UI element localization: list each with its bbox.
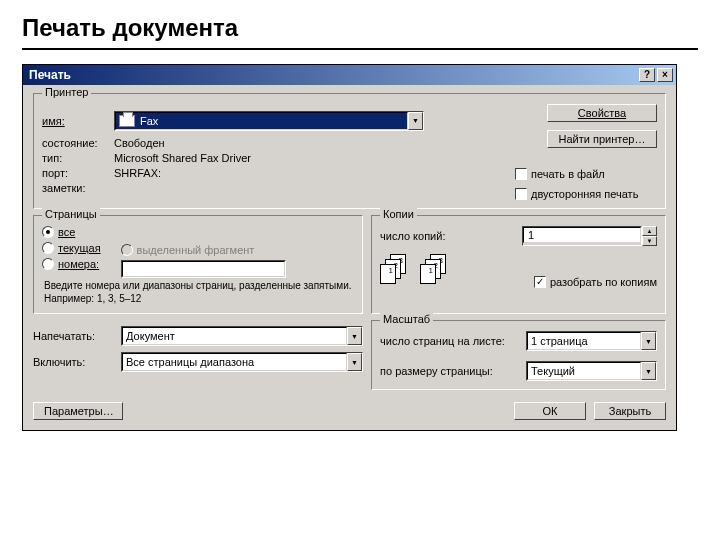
titlebar: Печать ? ×	[23, 65, 676, 85]
name-label: имя:	[42, 115, 114, 127]
port-value: SHRFAX:	[114, 167, 161, 179]
pages-selection-radio: выделенный фрагмент	[121, 244, 354, 256]
spin-up-icon[interactable]: ▲	[642, 226, 657, 236]
properties-button[interactable]: Свойства	[547, 104, 657, 122]
include-combo[interactable]: Все страницы диапазона ▼	[121, 352, 363, 372]
copies-spinner[interactable]: 1 ▲ ▼	[522, 226, 657, 246]
persheet-combo[interactable]: 1 страница ▼	[526, 331, 657, 351]
printer-legend: Принтер	[42, 86, 91, 98]
copies-group: Копии число копий: 1 ▲ ▼	[371, 215, 666, 314]
fit-combo[interactable]: Текущий ▼	[526, 361, 657, 381]
pages-numbers-radio[interactable]: номера:	[42, 258, 101, 270]
pages-current-radio[interactable]: текущая	[42, 242, 101, 254]
collate-icon: 3 2 1	[420, 254, 450, 288]
slide-title: Печать документа	[22, 14, 698, 50]
copies-legend: Копии	[380, 208, 417, 220]
printer-name-value: Fax	[140, 115, 158, 127]
copies-count-label: число копий:	[380, 230, 445, 242]
help-button[interactable]: ?	[639, 68, 655, 82]
chevron-down-icon[interactable]: ▼	[641, 332, 656, 350]
scale-legend: Масштаб	[380, 313, 433, 325]
pages-hint: Введите номера или диапазоны страниц, ра…	[42, 278, 354, 305]
chevron-down-icon[interactable]: ▼	[641, 362, 656, 380]
pages-all-radio[interactable]: все	[42, 226, 101, 238]
close-button[interactable]: Закрыть	[594, 402, 666, 420]
port-label: порт:	[42, 167, 114, 179]
printwhat-label: Напечатать:	[33, 330, 113, 342]
collate-checkbox[interactable]: разобрать по копиям	[534, 276, 657, 288]
print-to-file-checkbox[interactable]: печать в файл	[515, 168, 605, 180]
chevron-down-icon[interactable]: ▼	[408, 112, 423, 130]
printwhat-combo[interactable]: Документ ▼	[121, 326, 363, 346]
chevron-down-icon[interactable]: ▼	[347, 353, 362, 371]
options-button[interactable]: Параметры…	[33, 402, 123, 420]
window-title: Печать	[26, 68, 637, 82]
spin-down-icon[interactable]: ▼	[642, 236, 657, 246]
printer-name-combo[interactable]: Fax ▼	[114, 111, 424, 131]
fit-label: по размеру страницы:	[380, 365, 520, 377]
state-label: состояние:	[42, 137, 114, 149]
chevron-down-icon[interactable]: ▼	[347, 327, 362, 345]
close-icon[interactable]: ×	[657, 68, 673, 82]
printer-group: Принтер имя: Fax ▼	[33, 93, 666, 209]
persheet-label: число страниц на листе:	[380, 335, 520, 347]
notes-label: заметки:	[42, 182, 114, 194]
pages-group: Страницы все текущая номера: выделенный …	[33, 215, 363, 314]
find-printer-button[interactable]: Найти принтер…	[547, 130, 657, 148]
scale-group: Масштаб число страниц на листе: 1 страни…	[371, 320, 666, 390]
ok-button[interactable]: ОК	[514, 402, 586, 420]
page-numbers-input[interactable]	[121, 260, 286, 278]
type-label: тип:	[42, 152, 114, 164]
printer-icon	[119, 115, 135, 127]
include-label: Включить:	[33, 356, 113, 368]
collate-icon: 3 2 1	[380, 254, 410, 288]
duplex-checkbox[interactable]: двусторонняя печать	[515, 188, 638, 200]
print-dialog: Печать ? × Принтер имя: Fax	[22, 64, 677, 431]
pages-legend: Страницы	[42, 208, 100, 220]
state-value: Свободен	[114, 137, 165, 149]
type-value: Microsoft Shared Fax Driver	[114, 152, 251, 164]
